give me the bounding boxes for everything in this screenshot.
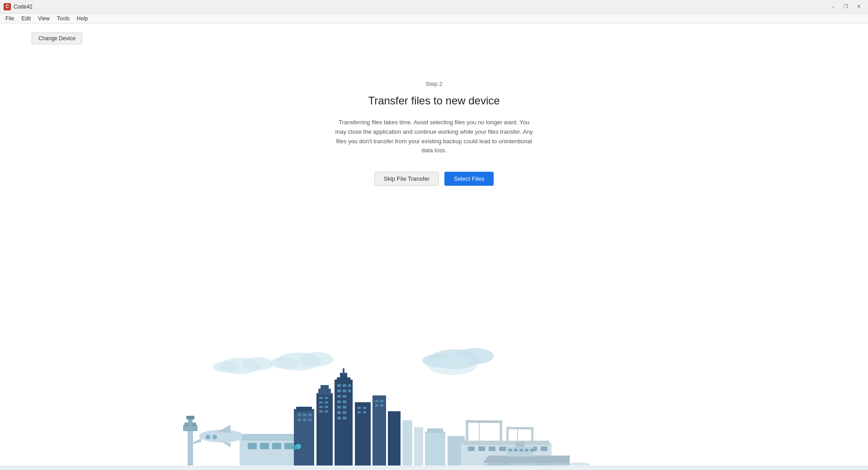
svg-rect-79: [303, 418, 307, 421]
close-button[interactable]: ✕: [853, 2, 864, 11]
svg-rect-20: [284, 443, 293, 449]
svg-rect-43: [337, 406, 341, 409]
svg-rect-112: [519, 449, 523, 451]
svg-rect-80: [308, 418, 312, 421]
svg-rect-29: [335, 380, 353, 468]
svg-rect-60: [355, 402, 371, 468]
svg-rect-47: [337, 417, 341, 419]
svg-rect-41: [337, 400, 341, 403]
svg-rect-76: [303, 414, 307, 416]
city-illustration: [0, 343, 868, 470]
svg-rect-14: [186, 416, 194, 419]
svg-rect-17: [248, 443, 257, 449]
svg-rect-19: [272, 443, 281, 449]
svg-rect-48: [343, 417, 346, 419]
minimize-button[interactable]: −: [827, 2, 839, 11]
svg-point-9: [427, 355, 477, 375]
svg-rect-62: [388, 411, 401, 468]
svg-point-28: [212, 435, 217, 439]
svg-rect-98: [468, 446, 475, 451]
svg-rect-97: [463, 441, 549, 445]
menu-tools[interactable]: Tools: [53, 14, 73, 23]
svg-rect-111: [514, 449, 518, 451]
svg-point-1: [242, 357, 274, 371]
skip-file-transfer-button[interactable]: Skip File Transfer: [374, 172, 439, 186]
svg-rect-45: [337, 411, 341, 414]
svg-rect-81: [425, 432, 445, 468]
svg-marker-107: [483, 456, 570, 463]
svg-rect-44: [343, 406, 346, 409]
title-bar: C Code42 − ❐ ✕: [0, 0, 868, 14]
svg-point-5: [270, 357, 299, 369]
svg-rect-120: [0, 465, 868, 470]
svg-rect-72: [380, 404, 383, 407]
step-label: Step 2: [425, 80, 443, 87]
svg-rect-56: [319, 406, 323, 408]
svg-rect-49: [316, 393, 333, 468]
svg-point-4: [299, 352, 334, 367]
svg-rect-18: [260, 443, 269, 449]
svg-rect-99: [478, 446, 485, 451]
menu-edit[interactable]: Edit: [18, 14, 34, 23]
svg-rect-66: [363, 407, 366, 409]
svg-rect-109: [515, 442, 524, 447]
top-section: Change Device: [0, 24, 868, 53]
svg-rect-73: [294, 409, 314, 468]
menu-bar: File Edit View Tools Help: [0, 14, 868, 24]
svg-rect-113: [525, 449, 528, 451]
svg-rect-82: [427, 428, 443, 433]
change-device-button[interactable]: Change Device: [32, 33, 82, 44]
svg-rect-78: [297, 418, 301, 421]
svg-rect-65: [358, 407, 361, 409]
svg-rect-67: [358, 411, 361, 414]
button-group: Skip File Transfer Select Files: [374, 172, 494, 186]
svg-rect-75: [297, 414, 301, 416]
app-icon: C: [4, 3, 11, 10]
svg-rect-37: [343, 390, 346, 392]
svg-rect-52: [319, 397, 323, 399]
svg-rect-110: [509, 449, 512, 451]
select-files-button[interactable]: Select Files: [444, 172, 494, 186]
svg-rect-46: [343, 411, 346, 414]
main-content: Change Device Step 2 Transfer files to n…: [0, 24, 868, 470]
svg-rect-77: [308, 414, 312, 416]
svg-rect-34: [343, 384, 346, 387]
svg-rect-35: [348, 384, 351, 387]
svg-point-2: [212, 362, 240, 372]
svg-rect-55: [325, 401, 328, 404]
svg-rect-114: [530, 449, 534, 451]
city-svg: [0, 343, 868, 470]
svg-rect-38: [348, 390, 351, 392]
svg-rect-69: [375, 400, 378, 402]
app-title: Code42: [14, 4, 33, 10]
svg-marker-25: [217, 425, 231, 433]
menu-help[interactable]: Help: [73, 14, 92, 23]
menu-file[interactable]: File: [2, 14, 18, 23]
svg-rect-70: [380, 400, 383, 402]
svg-rect-61: [373, 395, 386, 468]
svg-rect-53: [325, 397, 328, 399]
svg-rect-71: [375, 404, 378, 407]
svg-rect-58: [319, 410, 323, 413]
svg-rect-42: [343, 400, 346, 403]
svg-point-27: [206, 435, 210, 439]
restore-button[interactable]: ❐: [840, 2, 852, 11]
svg-rect-54: [319, 401, 323, 404]
description-text: Transferring files takes time. Avoid sel…: [335, 118, 533, 155]
svg-rect-105: [541, 446, 547, 451]
svg-rect-10: [188, 429, 193, 465]
svg-rect-101: [499, 446, 506, 451]
svg-rect-51: [321, 385, 329, 390]
title-bar-left: C Code42: [4, 3, 33, 10]
svg-rect-74: [296, 407, 312, 411]
svg-rect-39: [337, 395, 341, 398]
page-heading: Transfer files to new device: [368, 94, 500, 107]
svg-rect-64: [414, 427, 423, 468]
svg-rect-100: [489, 446, 495, 451]
svg-point-119: [292, 445, 297, 450]
svg-rect-63: [402, 420, 412, 468]
svg-rect-36: [337, 390, 341, 392]
svg-rect-57: [325, 406, 328, 408]
menu-view[interactable]: View: [34, 14, 53, 23]
title-bar-controls: − ❐ ✕: [827, 2, 864, 11]
